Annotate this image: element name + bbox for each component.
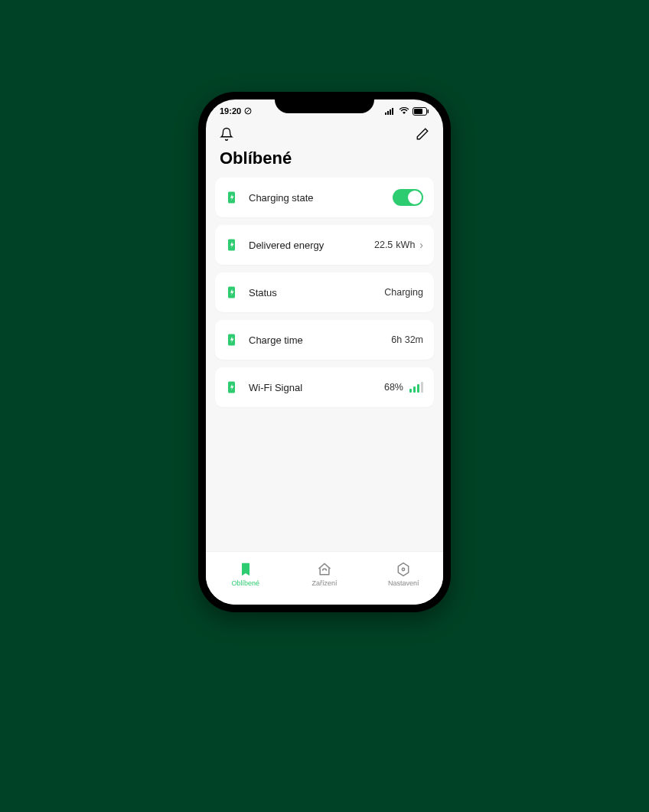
status-time: 19:20 [220, 106, 241, 116]
charger-icon [226, 285, 240, 299]
svg-rect-4 [390, 109, 391, 115]
svg-rect-2 [385, 113, 386, 115]
charger-icon [226, 333, 240, 347]
card-label: Charge time [249, 334, 391, 346]
nav-label: Oblíbené [231, 579, 259, 587]
svg-rect-5 [392, 108, 393, 115]
wifi-value: 68% [384, 382, 403, 393]
svg-rect-8 [428, 109, 429, 113]
card-label: Wi-Fi Signal [249, 382, 384, 393]
charger-icon [226, 380, 240, 394]
charger-icon [226, 191, 240, 204]
bell-icon [220, 127, 233, 141]
nav-label: Zařízení [311, 579, 337, 587]
energy-unit: kWh [396, 240, 415, 250]
svg-line-1 [246, 109, 250, 113]
charger-icon [226, 238, 240, 252]
chevron-right-icon: › [419, 239, 423, 251]
cellular-icon [385, 107, 396, 115]
settings-icon [396, 562, 411, 577]
card-label: Delivered energy [249, 240, 374, 251]
nav-devices[interactable]: Zařízení [298, 562, 351, 587]
header-bar [206, 122, 443, 144]
wifi-icon [399, 107, 409, 115]
pencil-icon [416, 127, 429, 141]
svg-rect-7 [414, 109, 422, 114]
screen: 19:20 Oblíbené Charging state [206, 99, 443, 605]
card-wifi-signal[interactable]: Wi-Fi Signal 68% [215, 367, 434, 407]
card-value: 6h 32m [391, 334, 423, 345]
bottom-nav: Oblíbené Zařízení Nastavení [206, 551, 443, 605]
spacer [206, 407, 443, 551]
svg-rect-3 [387, 111, 389, 115]
card-label: Status [249, 287, 384, 298]
toggle-knob [408, 191, 422, 204]
nav-settings[interactable]: Nastavení [377, 562, 430, 587]
svg-point-15 [403, 568, 405, 570]
phone-frame: 19:20 Oblíbené Charging state [198, 92, 451, 612]
bookmark-icon [238, 562, 253, 577]
svg-marker-14 [399, 563, 409, 576]
card-charging-state[interactable]: Charging state [215, 178, 434, 217]
favorites-list: Charging state Delivered energy 22.5 kWh… [206, 178, 443, 407]
dnd-icon [244, 107, 252, 115]
signal-bars-icon [409, 382, 423, 393]
notifications-button[interactable] [220, 127, 233, 141]
card-delivered-energy[interactable]: Delivered energy 22.5 kWh › [215, 225, 434, 265]
charging-state-toggle[interactable] [393, 189, 423, 206]
status-left: 19:20 [220, 106, 252, 116]
status-right [385, 107, 429, 116]
nav-label: Nastavení [388, 579, 419, 587]
card-status[interactable]: Status Charging [215, 272, 434, 312]
card-value: 22.5 kWh › [374, 239, 423, 251]
card-value: 68% [384, 382, 423, 393]
card-value: Charging [384, 287, 423, 298]
card-label: Charging state [249, 192, 393, 204]
nav-favorites[interactable]: Oblíbené [219, 562, 272, 587]
notch [275, 92, 374, 113]
home-icon [317, 562, 332, 577]
card-charge-time[interactable]: Charge time 6h 32m [215, 320, 434, 360]
page-title: Oblíbené [206, 144, 443, 178]
energy-value: 22.5 [374, 240, 393, 250]
edit-button[interactable] [416, 127, 429, 141]
battery-icon [413, 107, 429, 116]
